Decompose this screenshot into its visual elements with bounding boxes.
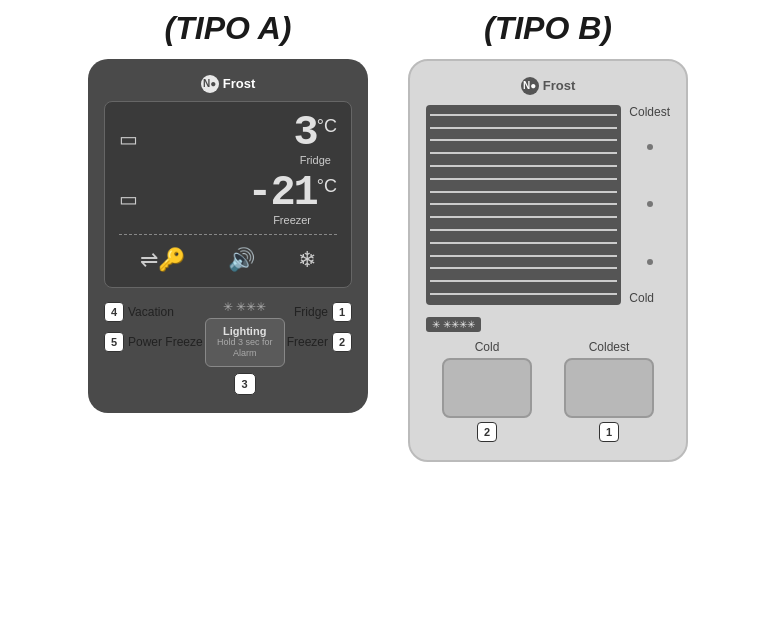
panel-b: N● Frost <box>408 59 688 462</box>
frost-indicator: ✳ ✳✳✳ <box>223 300 266 314</box>
function-icons-row: ⇌🔑 🔊 ❄ <box>119 243 337 277</box>
slider-line-1 <box>430 114 617 116</box>
freezer-unit: °C <box>317 176 337 197</box>
display-area-a: ▭ 3 °C Fridge ▭ -21 °C <box>104 101 352 288</box>
callout-5: 5 <box>104 332 124 352</box>
lighting-btn-sub: Hold 3 sec for Alarm <box>210 337 280 360</box>
slider-line-8 <box>430 203 617 205</box>
slider-line-13 <box>430 267 617 269</box>
callout-1: 1 <box>332 302 352 322</box>
coldest-callout: 1 <box>599 422 619 442</box>
fridge-right-text: Fridge <box>294 305 328 319</box>
lighting-button-area: ✳ ✳✳✳ Lighting Hold 3 sec for Alarm 3 <box>205 300 285 395</box>
slider-side-labels: Coldest Cold <box>629 105 670 305</box>
left-labels: 4 Vacation 5 Power Freeze <box>104 298 203 352</box>
slider-lines <box>426 105 621 305</box>
right-labels: Fridge 1 Freezer 2 <box>287 298 352 352</box>
bottom-area: 4 Vacation 5 Power Freeze ✳ ✳✳✳ Lighting <box>104 298 352 395</box>
fridge-label: Fridge <box>294 154 337 166</box>
frost-text-b: Frost <box>543 78 576 93</box>
cold-btn-top-label: Cold <box>475 340 500 354</box>
slider-line-3 <box>430 139 617 141</box>
no-icon-a: N● <box>201 75 219 93</box>
slider-line-4 <box>430 152 617 154</box>
panel-a: N● Frost ▭ 3 °C Fridge <box>88 59 368 413</box>
no-icon-b: N● <box>521 77 539 95</box>
lighting-button[interactable]: Lighting Hold 3 sec for Alarm <box>205 318 285 367</box>
vacation-label-row: 4 Vacation <box>104 302 203 322</box>
frost-badge-b: ✳ ✳✳✳✳ <box>426 317 481 332</box>
power-freeze-label-row: 5 Power Freeze <box>104 332 203 352</box>
tipo-b-title: (TIPO B) <box>484 10 612 47</box>
snowflake-icon: ❄ <box>298 247 316 273</box>
freezer-icon: ▭ <box>119 187 138 211</box>
frost-indicator-row: ✳ ✳✳✳ <box>223 300 266 314</box>
callout-4: 4 <box>104 302 124 322</box>
frost-text-a: Frost <box>223 76 256 91</box>
dots-side <box>629 119 670 291</box>
fridge-unit: °C <box>317 116 337 137</box>
slider-line-5 <box>430 165 617 167</box>
no-frost-logo-b: N● Frost <box>521 77 576 95</box>
coldest-btn-top-label: Coldest <box>589 340 630 354</box>
fridge-icon: ▭ <box>119 127 138 151</box>
slider-line-14 <box>430 280 617 282</box>
coldest-button[interactable] <box>564 358 654 418</box>
slider-line-7 <box>430 191 617 193</box>
tipo-a-title: (TIPO A) <box>165 10 292 47</box>
tipo-b-section: (TIPO B) N● Frost <box>408 10 688 462</box>
freezer-row: ▭ -21 °C Freezer <box>119 172 337 226</box>
panel-b-header: N● Frost <box>426 75 670 95</box>
tipo-a-section: (TIPO A) N● Frost ▭ 3 °C <box>88 10 368 413</box>
slider-line-6 <box>430 178 617 180</box>
dot-3 <box>647 259 653 265</box>
frost-badge-row: ✳ ✳✳✳✳ <box>426 317 670 332</box>
freezer-temp-value: -21 <box>247 172 317 214</box>
slider-area: Coldest Cold <box>426 105 670 305</box>
fridge-label-row: Fridge 1 <box>294 302 352 322</box>
fridge-temp-display: 3 °C Fridge <box>294 112 337 166</box>
fridge-row: ▭ 3 °C Fridge <box>119 112 337 166</box>
callout-3: 3 <box>234 373 256 395</box>
freezer-temp-display: -21 °C Freezer <box>247 172 337 226</box>
no-frost-logo-a: N● Frost <box>201 75 256 93</box>
slider-line-15 <box>430 293 617 295</box>
tipo-b-buttons-area: Cold 2 Coldest 1 <box>426 340 670 442</box>
sound-icon: 🔊 <box>228 247 255 273</box>
slider-line-2 <box>430 127 617 129</box>
power-freeze-text: Power Freeze <box>128 335 203 349</box>
cold-callout: 2 <box>477 422 497 442</box>
slider-track-container <box>426 105 621 305</box>
dot-2 <box>647 201 653 207</box>
vacation-icon: ⇌🔑 <box>140 247 185 273</box>
cold-button[interactable] <box>442 358 532 418</box>
slider-line-10 <box>430 229 617 231</box>
slider-line-9 <box>430 216 617 218</box>
panel-a-header: N● Frost <box>104 73 352 93</box>
vacation-text: Vacation <box>128 305 174 319</box>
dot-1 <box>647 144 653 150</box>
slider-track[interactable] <box>426 105 621 305</box>
freezer-label-row: Freezer 2 <box>287 332 352 352</box>
divider <box>119 234 337 235</box>
slider-line-11 <box>430 242 617 244</box>
cold-label-b: Cold <box>629 291 670 305</box>
fridge-temp-value: 3 <box>294 112 317 154</box>
lighting-btn-title: Lighting <box>210 325 280 337</box>
coldest-btn-area: Coldest 1 <box>564 340 654 442</box>
slider-line-12 <box>430 255 617 257</box>
freezer-right-text: Freezer <box>287 335 328 349</box>
callout-2: 2 <box>332 332 352 352</box>
coldest-label-b: Coldest <box>629 105 670 119</box>
cold-btn-area: Cold 2 <box>442 340 532 442</box>
